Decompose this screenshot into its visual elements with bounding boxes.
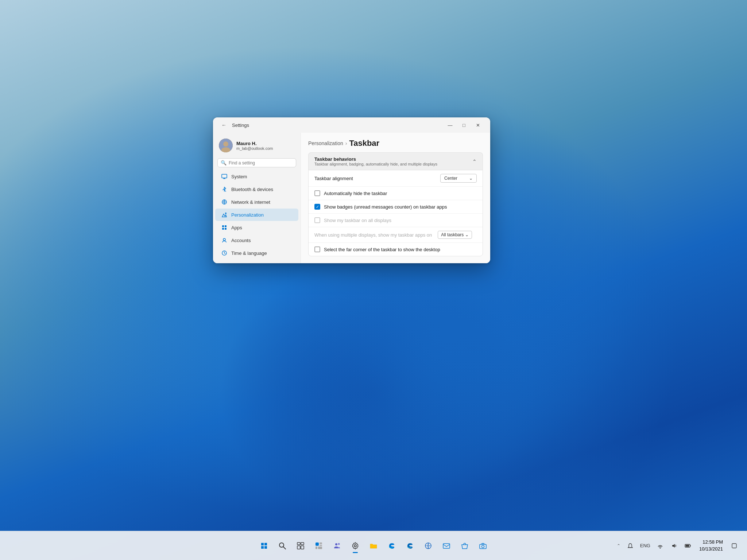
- window-controls: — □ ✕: [444, 120, 484, 130]
- auto-hide-checkbox[interactable]: [314, 190, 320, 196]
- breadcrumb: Personalization › Taskbar: [308, 139, 483, 148]
- time-label: Time & language: [231, 250, 267, 256]
- svg-rect-3: [222, 174, 227, 178]
- all-displays-label: Show my taskbar on all displays: [324, 218, 391, 223]
- multiple-displays-dropdown[interactable]: All taskbars ⌄: [438, 231, 472, 239]
- sidebar-item-system[interactable]: System: [215, 170, 298, 183]
- volume-tray-icon[interactable]: [669, 540, 680, 551]
- widgets-button[interactable]: [311, 538, 327, 554]
- breadcrumb-separator: ›: [345, 140, 347, 146]
- svg-rect-24: [264, 546, 267, 549]
- sidebar-item-apps[interactable]: Apps: [215, 221, 298, 234]
- browser-button[interactable]: [420, 538, 436, 554]
- search-box[interactable]: 🔍: [217, 158, 296, 167]
- tray-expand-button[interactable]: ⌃: [615, 542, 622, 550]
- language-indicator[interactable]: ENG: [639, 542, 652, 549]
- clock-date: 10/13/2021: [699, 546, 723, 552]
- time-icon: [221, 250, 228, 256]
- badges-label: Show badges (unread messages counter) on…: [324, 204, 447, 210]
- svg-rect-29: [297, 546, 300, 549]
- svg-point-42: [482, 545, 484, 548]
- multiple-displays-chevron-icon: ⌄: [465, 232, 469, 237]
- svg-rect-40: [443, 544, 450, 548]
- svg-rect-47: [690, 545, 691, 546]
- accounts-icon: [221, 237, 228, 244]
- notifications-button[interactable]: [729, 540, 740, 551]
- apps-label: Apps: [231, 225, 242, 230]
- edge2-button[interactable]: [402, 538, 418, 554]
- svg-rect-33: [320, 545, 322, 546]
- system-label: System: [231, 174, 247, 179]
- section-title: Taskbar behaviors: [314, 156, 437, 162]
- search-taskbar-button[interactable]: [274, 538, 290, 554]
- maximize-button[interactable]: □: [457, 120, 471, 130]
- svg-rect-10: [225, 225, 227, 227]
- taskbar-center-icons: [256, 538, 491, 554]
- gaming-label: Gaming: [231, 263, 248, 264]
- avatar: [219, 139, 233, 152]
- svg-point-37: [338, 543, 340, 545]
- user-info: Mauro H. m_lab@outlook.com: [236, 141, 273, 151]
- bluetooth-label: Bluetooth & devices: [231, 187, 273, 192]
- taskbar-alignment-row: Taskbar alignment Center ⌄: [309, 170, 483, 187]
- svg-point-13: [223, 238, 225, 241]
- breadcrumb-parent[interactable]: Personalization: [308, 140, 343, 146]
- search-input[interactable]: [229, 160, 293, 166]
- far-corner-row: Select the far corner of the taskbar to …: [309, 243, 483, 256]
- section-subtitle: Taskbar alignment, badging, automaticall…: [314, 162, 437, 166]
- window-body: Mauro H. m_lab@outlook.com 🔍 System: [213, 133, 490, 263]
- sidebar-item-time[interactable]: Time & language: [215, 247, 298, 259]
- taskview-button[interactable]: [293, 538, 309, 554]
- network-icon: [221, 199, 228, 205]
- camera-button[interactable]: [475, 538, 491, 554]
- svg-point-1: [223, 141, 228, 147]
- section-header-text: Taskbar behaviors Taskbar alignment, bad…: [314, 156, 437, 166]
- svg-rect-11: [222, 228, 224, 230]
- auto-hide-label: Automatically hide the taskbar: [324, 191, 387, 196]
- svg-point-8: [225, 213, 227, 214]
- svg-rect-21: [261, 543, 264, 545]
- clock-display[interactable]: 12:58 PM 10/13/2021: [696, 537, 726, 553]
- svg-rect-22: [264, 543, 267, 545]
- svg-line-16: [224, 253, 225, 254]
- close-button[interactable]: ✕: [471, 120, 484, 130]
- svg-point-25: [279, 543, 284, 547]
- sidebar-item-personalization[interactable]: Personalization: [215, 209, 298, 221]
- multiple-displays-value: All taskbars: [441, 232, 464, 237]
- battery-tray-icon[interactable]: [682, 540, 693, 551]
- edge-button[interactable]: [384, 538, 400, 554]
- sidebar-item-bluetooth[interactable]: Bluetooth & devices: [215, 183, 298, 195]
- sidebar-item-accounts[interactable]: Accounts: [215, 234, 298, 246]
- auto-hide-row: Automatically hide the taskbar: [309, 187, 483, 200]
- accounts-label: Accounts: [231, 238, 251, 243]
- svg-rect-12: [225, 228, 227, 230]
- svg-rect-9: [222, 225, 224, 227]
- alignment-dropdown[interactable]: Center ⌄: [440, 174, 477, 183]
- sidebar-item-network[interactable]: Network & internet: [215, 196, 298, 208]
- svg-rect-23: [261, 546, 264, 549]
- file-explorer-button[interactable]: [365, 538, 382, 554]
- chevron-up-icon[interactable]: ⌃: [472, 159, 477, 164]
- start-button[interactable]: [256, 538, 272, 554]
- svg-rect-46: [685, 545, 689, 547]
- notification-icon[interactable]: [625, 540, 636, 551]
- svg-line-26: [283, 547, 286, 549]
- user-profile[interactable]: Mauro H. m_lab@outlook.com: [213, 136, 301, 157]
- settings-taskbar-button[interactable]: [347, 538, 363, 554]
- multiple-displays-label: When using multiple displays, show my ta…: [314, 232, 432, 238]
- all-displays-checkbox[interactable]: [314, 217, 320, 223]
- section-body: Taskbar alignment Center ⌄ Automatically…: [308, 170, 483, 256]
- system-icon: [221, 173, 228, 180]
- badges-checkbox[interactable]: [314, 204, 320, 210]
- far-corner-checkbox[interactable]: [314, 246, 320, 252]
- sidebar-item-gaming[interactable]: Gaming: [215, 260, 298, 263]
- network-tray-icon[interactable]: [655, 540, 666, 551]
- teams-button[interactable]: [329, 538, 345, 554]
- sidebar: Mauro H. m_lab@outlook.com 🔍 System: [213, 133, 301, 263]
- settings-window: ← Settings — □ ✕ Mauro H.: [213, 117, 490, 263]
- system-tray: ⌃ ENG 12:58 PM 10/13/2021: [615, 537, 740, 553]
- mail-button[interactable]: [438, 538, 454, 554]
- minimize-button[interactable]: —: [444, 120, 457, 130]
- back-button[interactable]: ←: [219, 120, 229, 130]
- store-button[interactable]: [457, 538, 473, 554]
